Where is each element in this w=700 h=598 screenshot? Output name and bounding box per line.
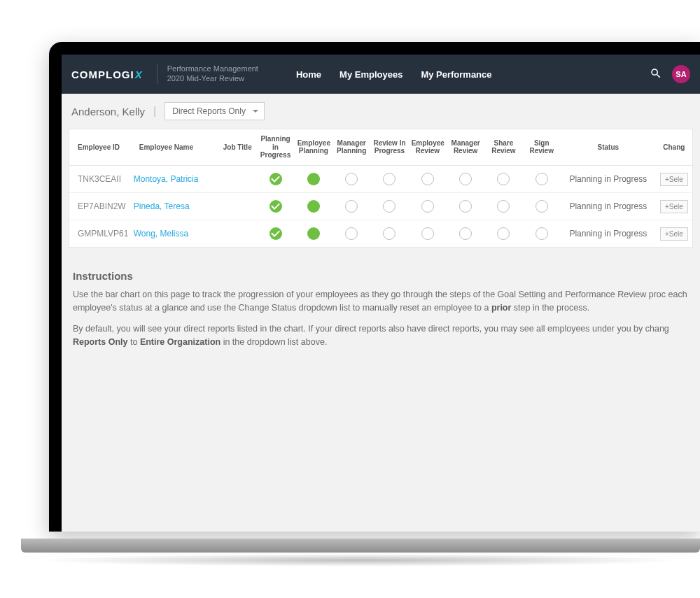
cell-step bbox=[256, 220, 294, 247]
cell-step bbox=[523, 165, 561, 192]
employee-table: Employee ID Employee Name Job Title Plan… bbox=[69, 129, 692, 248]
brand-part-x: X bbox=[135, 69, 143, 80]
cell-step bbox=[409, 220, 447, 247]
header-subtitle: Performance Management 2020 Mid-Year Rev… bbox=[157, 64, 258, 84]
nav-home[interactable]: Home bbox=[296, 69, 321, 80]
table-row: EP7ABIN2WPineda, TeresaPlanning in Progr… bbox=[69, 192, 692, 220]
col-employee-planning[interactable]: Employee Planning bbox=[295, 129, 332, 165]
cell-job-title bbox=[218, 220, 256, 247]
cell-change-status: +Sele bbox=[656, 165, 692, 192]
step-pending-icon bbox=[383, 200, 396, 213]
step-current-icon bbox=[307, 173, 320, 185]
primary-nav: Home My Employees My Performance bbox=[296, 69, 492, 80]
instructions-paragraph-2: By default, you will see your direct rep… bbox=[73, 322, 689, 350]
cell-step bbox=[332, 220, 370, 247]
step-pending-icon bbox=[421, 227, 434, 240]
employee-table-wrap: Employee ID Employee Name Job Title Plan… bbox=[69, 129, 693, 248]
step-current-icon bbox=[307, 200, 320, 213]
cell-step bbox=[409, 192, 447, 220]
search-icon[interactable] bbox=[650, 67, 662, 82]
step-complete-icon bbox=[270, 173, 282, 185]
scope-dropdown[interactable]: Direct Reports Only bbox=[164, 102, 265, 120]
step-pending-icon bbox=[497, 173, 510, 185]
col-change[interactable]: Chang bbox=[656, 129, 692, 165]
col-manager-planning[interactable]: Manager Planning bbox=[332, 129, 370, 165]
step-complete-icon bbox=[270, 200, 282, 213]
cell-step bbox=[523, 192, 561, 220]
brand-part-logi: LOGI bbox=[106, 69, 134, 80]
change-status-button[interactable]: +Sele bbox=[660, 173, 688, 186]
cell-step bbox=[370, 165, 408, 192]
col-employee-id[interactable]: Employee ID bbox=[69, 129, 131, 165]
step-current-icon bbox=[307, 227, 320, 240]
cell-step bbox=[447, 220, 484, 247]
nav-my-performance[interactable]: My Performance bbox=[421, 69, 491, 80]
cell-step bbox=[295, 220, 332, 247]
cell-step bbox=[447, 192, 484, 220]
step-pending-icon bbox=[345, 173, 358, 185]
nav-my-employees[interactable]: My Employees bbox=[340, 69, 402, 80]
col-employee-name[interactable]: Employee Name bbox=[131, 129, 218, 165]
cell-step bbox=[295, 165, 332, 192]
cell-employee-id: TNK3CEAII bbox=[69, 165, 131, 192]
cell-step bbox=[370, 220, 408, 247]
header-right: SA bbox=[650, 65, 690, 83]
step-pending-icon bbox=[536, 200, 548, 213]
cell-status: Planning in Progress bbox=[561, 165, 656, 192]
cell-step bbox=[256, 165, 294, 192]
avatar[interactable]: SA bbox=[672, 65, 690, 83]
col-job-title[interactable]: Job Title bbox=[218, 129, 256, 165]
step-pending-icon bbox=[459, 173, 472, 185]
col-employee-review[interactable]: Employee Review bbox=[409, 129, 447, 165]
step-pending-icon bbox=[497, 227, 510, 240]
cell-step bbox=[332, 192, 370, 220]
cell-status: Planning in Progress bbox=[561, 220, 656, 247]
cell-step bbox=[256, 192, 294, 220]
cell-job-title bbox=[218, 165, 256, 192]
table-row: GMPMLVP61Wong, MelissaPlanning in Progre… bbox=[69, 220, 692, 247]
cell-change-status: +Sele bbox=[656, 192, 692, 220]
header-sub-line2: 2020 Mid-Year Review bbox=[167, 74, 258, 84]
laptop-base bbox=[21, 539, 700, 553]
cell-step bbox=[370, 192, 408, 220]
app-header: COMPLOGIX Performance Management 2020 Mi… bbox=[62, 55, 700, 94]
instructions-paragraph-1: Use the bar chart on this page to track … bbox=[73, 288, 689, 315]
cell-step bbox=[409, 165, 447, 192]
cell-step bbox=[484, 165, 522, 192]
col-share-review[interactable]: Share Review bbox=[484, 129, 522, 165]
current-user-name: Anderson, Kelly bbox=[71, 106, 145, 118]
step-pending-icon bbox=[459, 200, 472, 213]
cell-employee-name-link[interactable]: Montoya, Patricia bbox=[131, 165, 218, 192]
col-sign-review[interactable]: Sign Review bbox=[523, 129, 561, 165]
app-screen: COMPLOGIX Performance Management 2020 Mi… bbox=[62, 55, 700, 532]
cell-step bbox=[484, 192, 522, 220]
step-pending-icon bbox=[421, 173, 434, 185]
cell-change-status: +Sele bbox=[656, 220, 692, 247]
cell-employee-id: GMPMLVP61 bbox=[69, 220, 131, 247]
laptop-shadow bbox=[35, 554, 686, 567]
step-pending-icon bbox=[536, 227, 548, 240]
brand-part-comp: COMP bbox=[71, 69, 106, 80]
cell-job-title bbox=[218, 192, 256, 220]
cell-step bbox=[332, 165, 370, 192]
cell-employee-name-link[interactable]: Pineda, Teresa bbox=[131, 192, 218, 220]
step-pending-icon bbox=[383, 173, 396, 185]
col-planning-in-progress[interactable]: Planning in Progress bbox=[256, 129, 294, 165]
col-manager-review[interactable]: Manager Review bbox=[447, 129, 484, 165]
laptop-frame: COMPLOGIX Performance Management 2020 Mi… bbox=[49, 42, 700, 532]
table-header-row: Employee ID Employee Name Job Title Plan… bbox=[69, 129, 692, 165]
instructions-section: Instructions Use the bar chart on this p… bbox=[62, 258, 700, 366]
brand-logo[interactable]: COMPLOGIX bbox=[71, 69, 143, 80]
step-pending-icon bbox=[421, 200, 434, 213]
context-bar: Anderson, Kelly | Direct Reports Only bbox=[62, 94, 700, 129]
col-review-in-progress[interactable]: Review In Progress bbox=[370, 129, 408, 165]
col-status[interactable]: Status bbox=[561, 129, 656, 165]
step-pending-icon bbox=[345, 227, 358, 240]
change-status-button[interactable]: +Sele bbox=[660, 227, 688, 241]
cell-employee-name-link[interactable]: Wong, Melissa bbox=[131, 220, 218, 247]
step-pending-icon bbox=[383, 227, 396, 240]
step-pending-icon bbox=[536, 173, 548, 185]
change-status-button[interactable]: +Sele bbox=[660, 200, 688, 213]
cell-step bbox=[484, 220, 522, 247]
step-pending-icon bbox=[459, 227, 472, 240]
